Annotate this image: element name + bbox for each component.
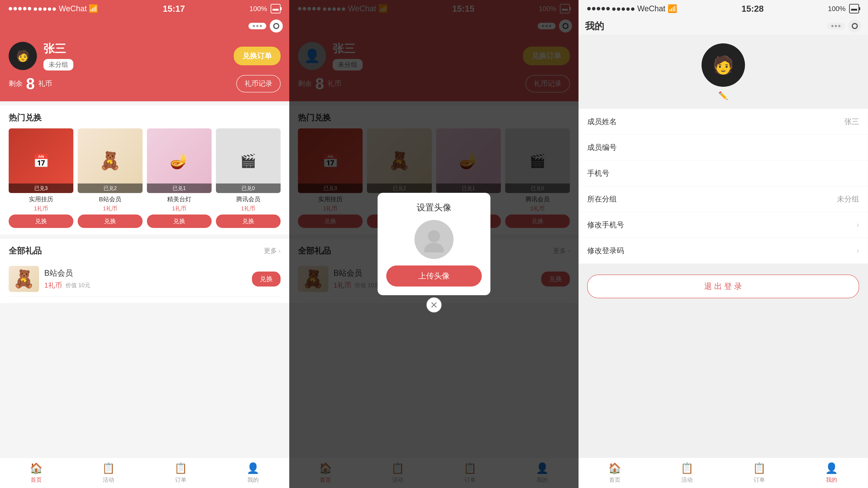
product-badge-1: 已兑3 — [9, 184, 73, 193]
settings-row-change-phone[interactable]: 修改手机号 › — [579, 212, 868, 238]
settings-row-change-pwd[interactable]: 修改登录码 › — [579, 238, 868, 264]
user-header-1: 🧑 张三 未分组 兑换订单 剩余 8 礼币 礼币记录 — [0, 35, 289, 101]
nav-order-1[interactable]: 📋 订单 — [145, 458, 217, 488]
bottom-nav-1: 🏠 首页 📋 活动 📋 订单 👤 我的 — [0, 458, 289, 488]
list-img-1: 🧸 — [9, 266, 39, 292]
edit-icon-3[interactable]: ✏️ — [718, 91, 728, 100]
status-left-1: ●●●●● WeChat 📶 — [9, 4, 98, 13]
avatar-1[interactable]: 🧑 — [9, 42, 37, 70]
dots-button-3[interactable] — [827, 23, 845, 29]
product-price-1: 1礼币 — [9, 205, 73, 212]
user-group-1: 未分组 — [43, 59, 73, 70]
chevron-right-pwd: › — [857, 246, 859, 255]
dot3a — [831, 25, 834, 27]
all-gifts-title-1: 全部礼品 — [9, 245, 42, 256]
carrier-3: ●●●●● WeChat 📶 — [612, 4, 677, 13]
nav-home-1[interactable]: 🏠 首页 — [0, 458, 72, 488]
nav-activity-3[interactable]: 📋 活动 — [651, 458, 723, 488]
nav-order-3[interactable]: 📋 订单 — [723, 458, 796, 488]
nav-home-3[interactable]: 🏠 首页 — [579, 458, 651, 488]
product-item-4: 🎬 已兑0 腾讯会员 1礼币 兑换 — [216, 128, 281, 228]
nav-mine-1[interactable]: 👤 我的 — [217, 458, 289, 488]
status-time-3: 15:28 — [742, 4, 764, 14]
record-button-1[interactable] — [270, 20, 283, 33]
status-bar-1: ●●●●● WeChat 📶 15:17 100% ▬ — [0, 0, 289, 18]
product-name-3: 精美台灯 — [147, 195, 212, 203]
settings-label-change-phone: 修改手机号 — [587, 220, 624, 230]
product-name-1: 实用挂历 — [9, 195, 73, 203]
dot3b — [835, 25, 837, 27]
product-badge-4: 已兑0 — [216, 184, 281, 193]
settings-row-phone: 手机号 — [579, 161, 868, 186]
settings-label-name: 成员姓名 — [587, 117, 617, 127]
modal-title: 设置头像 — [416, 201, 452, 214]
home-icon-1: 🏠 — [30, 462, 43, 474]
nav-label-mine-1: 我的 — [247, 476, 259, 484]
upload-avatar-button[interactable]: 上传头像 — [386, 265, 482, 287]
record-inner-icon — [273, 23, 279, 29]
signal-dot — [28, 7, 31, 10]
settings-row-name: 成员姓名 张三 — [579, 109, 868, 135]
signal-dots-1 — [9, 7, 31, 10]
sdot3 — [592, 7, 595, 10]
chevron-right-phone: › — [857, 220, 859, 229]
settings-value-group: 未分组 — [837, 194, 859, 204]
product-grid-1: 📅 已兑3 实用挂历 1礼币 兑换 🧸 已兑2 B站会员 1礼币 兑换 — [9, 128, 281, 228]
settings-row-id: 成员编号 — [579, 135, 868, 161]
status-bar-3: ●●●●● WeChat 📶 15:28 100% ▬ — [579, 0, 868, 18]
product-price-4: 1礼币 — [216, 205, 281, 212]
battery-icon-3: ▬ — [849, 4, 859, 13]
wifi-icon: 📶 — [89, 4, 98, 13]
more-label-1: 更多 — [264, 247, 277, 255]
product-img-2: 🧸 已兑2 — [78, 128, 142, 193]
signal-dot — [18, 7, 22, 10]
list-redeem-btn-1[interactable]: 兑换 — [252, 271, 281, 287]
more-link-1[interactable]: 更多 › — [264, 247, 281, 255]
record-button-3[interactable] — [848, 20, 861, 33]
bottom-nav-3: 🏠 首页 📋 活动 📋 订单 👤 我的 — [579, 458, 868, 488]
modal-close-button[interactable] — [426, 297, 442, 313]
profile-avatar-3[interactable]: 🧑 — [702, 43, 745, 87]
signal-dot — [23, 7, 27, 10]
nav-label-activity-1: 活动 — [103, 476, 114, 484]
list-item-1: 🧸 B站会员 1礼币 价值 10元 兑换 — [9, 262, 281, 296]
product-price-2: 1礼币 — [78, 205, 142, 212]
page-title-3: 我的 — [585, 20, 604, 33]
svg-point-1 — [424, 243, 444, 253]
mine-icon-3: 👤 — [825, 462, 838, 474]
redeem-btn-1[interactable]: 兑换 — [9, 215, 73, 228]
person-placeholder-icon — [421, 226, 447, 253]
record-history-button-1[interactable]: 礼币记录 — [236, 75, 281, 92]
nav-activity-1[interactable]: 📋 活动 — [72, 458, 145, 488]
list-info-1: B站会员 1礼币 价值 10元 — [44, 268, 247, 290]
redeem-btn-4[interactable]: 兑换 — [216, 215, 281, 228]
signal-dot — [9, 7, 12, 10]
product-badge-2: 已兑2 — [78, 184, 142, 193]
nav-label-mine-3: 我的 — [826, 476, 837, 484]
logout-button-3[interactable]: 退 出 登 录 — [587, 274, 859, 298]
header-controls-1 — [248, 20, 283, 33]
header-bar-1 — [0, 18, 289, 35]
dot — [256, 25, 258, 27]
redeem-btn-2[interactable]: 兑换 — [78, 215, 142, 228]
exchange-button-1[interactable]: 兑换订单 — [234, 46, 281, 65]
product-badge-3: 已兑1 — [147, 184, 212, 193]
dots-button-1[interactable] — [248, 23, 266, 29]
nav-mine-3[interactable]: 👤 我的 — [796, 458, 868, 488]
all-gifts-section-1: 全部礼品 更多 › 🧸 B站会员 1礼币 价值 10元 兑换 — [0, 239, 289, 303]
product-price-3: 1礼币 — [147, 205, 212, 212]
settings-row-group: 所在分组 未分组 — [579, 186, 868, 212]
list-name-1: B站会员 — [44, 268, 247, 279]
coins-label-1: 礼币 — [38, 79, 52, 89]
status-time-1: 15:17 — [163, 4, 185, 14]
avatar-modal: 设置头像 上传头像 — [378, 193, 490, 295]
close-icon — [430, 301, 438, 309]
settings-section-3: 成员姓名 张三 成员编号 手机号 所在分组 未分组 修改手机号 › 修改登录码 … — [579, 109, 868, 264]
modal-overlay[interactable]: 设置头像 上传头像 — [289, 0, 579, 488]
product-item-2: 🧸 已兑2 B站会员 1礼币 兑换 — [78, 128, 142, 228]
dot3c — [838, 25, 840, 27]
screen1: ●●●●● WeChat 📶 15:17 100% ▬ 🧑 — [0, 0, 289, 488]
redeem-btn-3[interactable]: 兑换 — [147, 215, 212, 228]
product-name-2: B站会员 — [78, 195, 142, 203]
product-img-3: 🪔 已兑1 — [147, 128, 212, 193]
